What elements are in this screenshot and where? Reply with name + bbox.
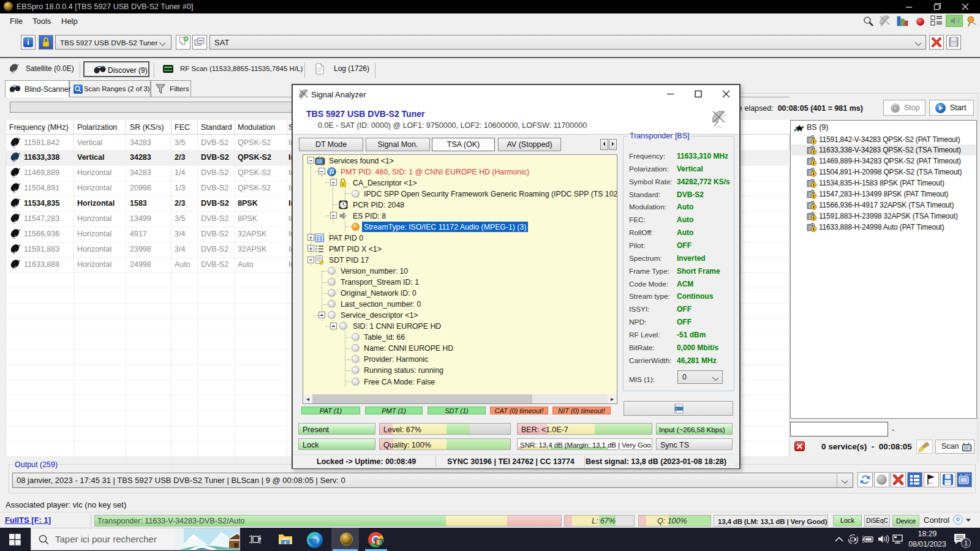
svg-text:1: 1 <box>964 540 968 547</box>
